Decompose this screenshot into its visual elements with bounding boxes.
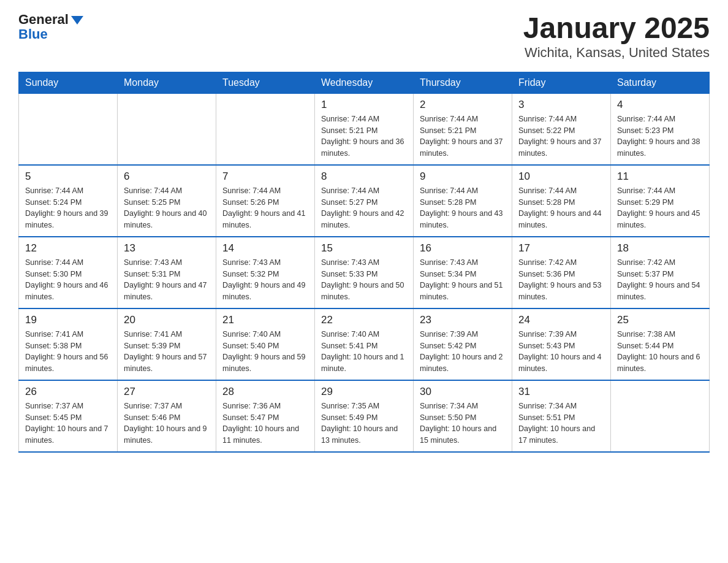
logo: General Blue: [18, 12, 83, 42]
day-number: 27: [124, 386, 210, 398]
day-number: 11: [617, 170, 703, 183]
logo-blue: Blue: [18, 27, 48, 42]
day-info: Sunrise: 7:40 AM Sunset: 5:40 PM Dayligh…: [222, 329, 308, 375]
day-info: Sunrise: 7:44 AM Sunset: 5:21 PM Dayligh…: [321, 113, 407, 159]
calendar-cell: 12Sunrise: 7:44 AM Sunset: 5:30 PM Dayli…: [19, 237, 118, 308]
day-info: Sunrise: 7:42 AM Sunset: 5:37 PM Dayligh…: [617, 257, 703, 303]
page-header: General Blue January 2025 Wichita, Kansa…: [18, 12, 710, 61]
calendar-cell: 11Sunrise: 7:44 AM Sunset: 5:29 PM Dayli…: [611, 165, 710, 237]
calendar-cell: 17Sunrise: 7:42 AM Sunset: 5:36 PM Dayli…: [512, 237, 611, 308]
calendar-cell: 22Sunrise: 7:40 AM Sunset: 5:41 PM Dayli…: [315, 308, 414, 380]
day-number: 25: [617, 314, 703, 326]
day-number: 23: [420, 314, 506, 326]
day-of-week-header: Sunday: [19, 72, 118, 93]
day-of-week-header: Wednesday: [315, 72, 414, 93]
calendar-cell: 26Sunrise: 7:37 AM Sunset: 5:45 PM Dayli…: [19, 380, 118, 452]
day-number: 24: [518, 314, 604, 326]
day-number: 2: [420, 99, 506, 111]
day-number: 9: [420, 170, 506, 183]
calendar-cell: 3Sunrise: 7:44 AM Sunset: 5:22 PM Daylig…: [512, 93, 611, 165]
calendar-week-row: 12Sunrise: 7:44 AM Sunset: 5:30 PM Dayli…: [19, 237, 710, 308]
day-info: Sunrise: 7:39 AM Sunset: 5:43 PM Dayligh…: [518, 329, 604, 375]
day-info: Sunrise: 7:43 AM Sunset: 5:32 PM Dayligh…: [222, 257, 308, 303]
calendar-cell: 14Sunrise: 7:43 AM Sunset: 5:32 PM Dayli…: [216, 237, 315, 308]
day-of-week-header: Tuesday: [216, 72, 315, 93]
day-info: Sunrise: 7:37 AM Sunset: 5:46 PM Dayligh…: [124, 400, 210, 446]
day-number: 31: [518, 386, 604, 398]
day-info: Sunrise: 7:34 AM Sunset: 5:50 PM Dayligh…: [420, 400, 506, 446]
day-number: 28: [222, 386, 308, 398]
day-info: Sunrise: 7:42 AM Sunset: 5:36 PM Dayligh…: [518, 257, 604, 303]
day-of-week-header: Monday: [118, 72, 216, 93]
calendar-cell: 21Sunrise: 7:40 AM Sunset: 5:40 PM Dayli…: [216, 308, 315, 380]
day-info: Sunrise: 7:40 AM Sunset: 5:41 PM Dayligh…: [321, 329, 407, 375]
calendar-cell: 30Sunrise: 7:34 AM Sunset: 5:50 PM Dayli…: [414, 380, 512, 452]
day-info: Sunrise: 7:41 AM Sunset: 5:39 PM Dayligh…: [124, 329, 210, 375]
day-number: 4: [617, 99, 703, 111]
day-info: Sunrise: 7:35 AM Sunset: 5:49 PM Dayligh…: [321, 400, 407, 446]
day-number: 16: [420, 242, 506, 255]
day-info: Sunrise: 7:44 AM Sunset: 5:30 PM Dayligh…: [25, 257, 111, 303]
day-info: Sunrise: 7:43 AM Sunset: 5:34 PM Dayligh…: [420, 257, 506, 303]
day-info: Sunrise: 7:43 AM Sunset: 5:31 PM Dayligh…: [124, 257, 210, 303]
day-number: 21: [222, 314, 308, 326]
day-info: Sunrise: 7:44 AM Sunset: 5:25 PM Dayligh…: [124, 185, 210, 231]
day-number: 29: [321, 386, 407, 398]
calendar-week-row: 1Sunrise: 7:44 AM Sunset: 5:21 PM Daylig…: [19, 93, 710, 165]
day-number: 8: [321, 170, 407, 183]
day-info: Sunrise: 7:44 AM Sunset: 5:28 PM Dayligh…: [420, 185, 506, 231]
day-number: 3: [518, 99, 604, 111]
day-number: 12: [25, 242, 111, 255]
page-subtitle: Wichita, Kansas, United States: [523, 45, 710, 61]
day-number: 10: [518, 170, 604, 183]
day-number: 20: [124, 314, 210, 326]
calendar-week-row: 5Sunrise: 7:44 AM Sunset: 5:24 PM Daylig…: [19, 165, 710, 237]
calendar-week-row: 26Sunrise: 7:37 AM Sunset: 5:45 PM Dayli…: [19, 380, 710, 452]
calendar-cell: 25Sunrise: 7:38 AM Sunset: 5:44 PM Dayli…: [611, 308, 710, 380]
calendar-cell: 27Sunrise: 7:37 AM Sunset: 5:46 PM Dayli…: [118, 380, 216, 452]
day-of-week-header: Thursday: [414, 72, 512, 93]
day-info: Sunrise: 7:43 AM Sunset: 5:33 PM Dayligh…: [321, 257, 407, 303]
calendar-cell: 23Sunrise: 7:39 AM Sunset: 5:42 PM Dayli…: [414, 308, 512, 380]
day-number: 19: [25, 314, 111, 326]
day-number: 22: [321, 314, 407, 326]
calendar-header-row: SundayMondayTuesdayWednesdayThursdayFrid…: [19, 72, 710, 93]
day-number: 13: [124, 242, 210, 255]
day-info: Sunrise: 7:44 AM Sunset: 5:29 PM Dayligh…: [617, 185, 703, 231]
day-info: Sunrise: 7:44 AM Sunset: 5:22 PM Dayligh…: [518, 113, 604, 159]
day-info: Sunrise: 7:44 AM Sunset: 5:28 PM Dayligh…: [518, 185, 604, 231]
calendar-cell: 20Sunrise: 7:41 AM Sunset: 5:39 PM Dayli…: [118, 308, 216, 380]
calendar-cell: 13Sunrise: 7:43 AM Sunset: 5:31 PM Dayli…: [118, 237, 216, 308]
day-number: 6: [124, 170, 210, 183]
calendar-cell: 6Sunrise: 7:44 AM Sunset: 5:25 PM Daylig…: [118, 165, 216, 237]
calendar-cell: 28Sunrise: 7:36 AM Sunset: 5:47 PM Dayli…: [216, 380, 315, 452]
day-number: 7: [222, 170, 308, 183]
day-number: 15: [321, 242, 407, 255]
calendar-cell: 9Sunrise: 7:44 AM Sunset: 5:28 PM Daylig…: [414, 165, 512, 237]
calendar-cell: 1Sunrise: 7:44 AM Sunset: 5:21 PM Daylig…: [315, 93, 414, 165]
day-info: Sunrise: 7:41 AM Sunset: 5:38 PM Dayligh…: [25, 329, 111, 375]
day-info: Sunrise: 7:44 AM Sunset: 5:23 PM Dayligh…: [617, 113, 703, 159]
calendar-cell: 18Sunrise: 7:42 AM Sunset: 5:37 PM Dayli…: [611, 237, 710, 308]
day-info: Sunrise: 7:34 AM Sunset: 5:51 PM Dayligh…: [518, 400, 604, 446]
calendar-cell: 8Sunrise: 7:44 AM Sunset: 5:27 PM Daylig…: [315, 165, 414, 237]
day-number: 30: [420, 386, 506, 398]
day-of-week-header: Friday: [512, 72, 611, 93]
day-info: Sunrise: 7:44 AM Sunset: 5:26 PM Dayligh…: [222, 185, 308, 231]
day-info: Sunrise: 7:44 AM Sunset: 5:24 PM Dayligh…: [25, 185, 111, 231]
calendar-cell: [216, 93, 315, 165]
day-number: 17: [518, 242, 604, 255]
calendar-table: SundayMondayTuesdayWednesdayThursdayFrid…: [18, 72, 710, 453]
day-number: 26: [25, 386, 111, 398]
calendar-cell: [19, 93, 118, 165]
calendar-cell: 24Sunrise: 7:39 AM Sunset: 5:43 PM Dayli…: [512, 308, 611, 380]
calendar-cell: 5Sunrise: 7:44 AM Sunset: 5:24 PM Daylig…: [19, 165, 118, 237]
calendar-cell: 19Sunrise: 7:41 AM Sunset: 5:38 PM Dayli…: [19, 308, 118, 380]
calendar-week-row: 19Sunrise: 7:41 AM Sunset: 5:38 PM Dayli…: [19, 308, 710, 380]
day-info: Sunrise: 7:39 AM Sunset: 5:42 PM Dayligh…: [420, 329, 506, 375]
logo-general: General: [18, 12, 69, 27]
calendar-cell: 15Sunrise: 7:43 AM Sunset: 5:33 PM Dayli…: [315, 237, 414, 308]
day-info: Sunrise: 7:36 AM Sunset: 5:47 PM Dayligh…: [222, 400, 308, 446]
day-info: Sunrise: 7:37 AM Sunset: 5:45 PM Dayligh…: [25, 400, 111, 446]
day-number: 1: [321, 99, 407, 111]
